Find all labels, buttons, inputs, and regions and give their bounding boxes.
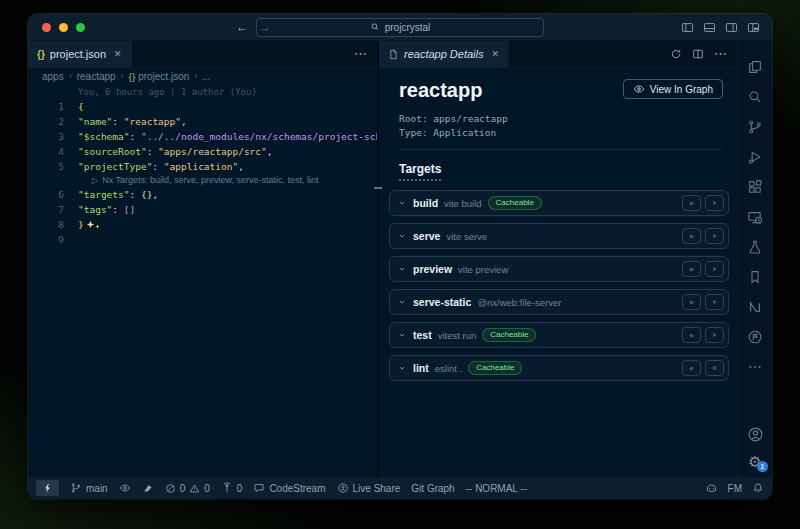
view-target-button[interactable] [682,228,701,244]
view-target-button[interactable] [682,195,701,211]
view-target-button[interactable] [682,261,701,277]
copilot-item[interactable] [705,482,718,495]
view-target-button[interactable] [682,360,701,376]
chevron-down-icon[interactable] [397,297,407,307]
explorer-icon[interactable] [738,52,772,82]
split-editor-icon[interactable] [692,48,704,60]
run-target-button[interactable] [705,360,724,376]
toggle-primary-sidebar-icon[interactable] [681,21,694,34]
cacheable-badge: Cacheable [468,361,522,375]
live-share-icon [337,482,349,494]
search-icon[interactable] [738,82,772,112]
toggle-secondary-sidebar-icon[interactable] [725,21,738,34]
tab-label: reactapp Details [404,48,484,60]
back-button[interactable]: ← [236,14,248,40]
code-line: 9 [28,232,377,247]
chevron-down-icon[interactable] [397,363,407,373]
minimize-window-button[interactable] [59,23,68,32]
run-target-button[interactable] [705,228,724,244]
settings-gear-icon[interactable]: ⚙ 1 [748,454,761,469]
view-in-graph-button[interactable]: View In Graph [623,79,723,99]
run-target-button[interactable] [705,294,724,310]
target-card-lint[interactable]: linteslint .Cacheable [389,355,729,381]
remote-explorer-icon[interactable] [738,202,772,232]
target-card-preview[interactable]: previewvite preview [389,256,729,282]
breadcrumb-item[interactable]: ... [202,71,210,82]
run-target-button[interactable] [705,195,724,211]
testing-beaker-icon[interactable] [738,232,772,262]
bookmarks-icon[interactable] [738,262,772,292]
run-target-button[interactable] [705,261,724,277]
target-name: serve [413,230,440,242]
type-label: Type: [399,127,428,138]
target-card-build[interactable]: buildvite buildCacheable [389,190,729,216]
code-text: "projectType": "application", [64,159,244,174]
target-card-serve-static[interactable]: serve-static@nx/web:file-server [389,289,729,315]
chevron-down-icon[interactable] [397,330,407,340]
radio-tower-icon [221,482,233,494]
tab-reactapp-details[interactable]: reactapp Details ✕ [379,41,509,67]
close-window-button[interactable] [42,23,51,32]
more-actions-icon[interactable]: ⋯ [354,49,367,59]
fm-indicator[interactable]: FM [728,483,742,494]
target-card-serve[interactable]: servevite serve [389,223,729,249]
vim-mode-indicator[interactable]: -- NORMAL -- [466,483,527,494]
target-name: serve-static [413,296,471,308]
git-graph-item[interactable]: Git Graph [411,483,454,494]
nx-project-details: reactapp View In Graph Root: apps/reacta… [379,68,737,477]
toggle-panel-icon[interactable] [703,21,716,34]
live-share-item[interactable]: Live Share [337,482,401,494]
search-icon [370,22,380,32]
line-number: 2 [28,114,64,129]
bird-indicator[interactable] [142,482,154,494]
codestream-item[interactable]: CodeStream [253,482,325,494]
target-name: test [413,329,432,341]
nx-targets-codelens[interactable]: ▷Nx Targets: build, serve, preview, serv… [28,174,377,187]
gitlens-blame-toggle[interactable] [119,482,131,494]
vscode-window: ← → projcrystal {} project.json ✕ [28,14,772,499]
tabbar-right: reactapp Details ✕ ⋯ [379,41,737,68]
zoom-window-button[interactable] [76,23,85,32]
git-branch-item[interactable]: main [70,482,108,494]
run-debug-icon[interactable] [738,142,772,172]
notifications-item[interactable] [752,482,764,494]
problems-item[interactable]: 0 0 [165,483,210,494]
target-card-test[interactable]: testvitest runCacheable [389,322,729,348]
chevron-down-icon[interactable] [397,264,407,274]
command-center[interactable]: projcrystal [256,18,544,37]
code-text: "name": "reactapp", [64,114,187,129]
breadcrumb-separator: › [69,71,72,81]
code-editor[interactable]: You, 6 hours ago | 1 author (You)1{2 "na… [28,84,377,477]
chevron-down-icon[interactable] [397,231,407,241]
source-control-icon[interactable] [738,112,772,142]
breadcrumb-item[interactable]: {} project.json [129,71,190,82]
view-target-button[interactable] [682,294,701,310]
extensions-icon[interactable] [738,172,772,202]
remote-indicator[interactable] [36,480,59,496]
tab-project-json[interactable]: {} project.json ✕ [28,41,132,67]
breadcrumb-item[interactable]: reactapp [77,71,116,82]
line-number: 6 [28,187,64,202]
view-target-button[interactable] [682,327,701,343]
root-value: apps/reactapp [433,113,507,124]
more-actions-icon[interactable]: ⋯ [714,49,727,59]
breadcrumb-item[interactable]: apps [42,71,64,82]
close-tab-icon[interactable]: ✕ [114,49,122,59]
refresh-icon[interactable] [670,48,682,60]
more-views-icon[interactable] [738,352,772,382]
copilot-sparkle-icon[interactable] [86,220,100,229]
customize-layout-icon[interactable] [747,21,760,34]
nx-console-icon[interactable] [738,292,772,322]
close-tab-icon[interactable]: ✕ [492,49,500,59]
gitlens-icon[interactable] [738,322,772,352]
forward-button[interactable]: → [259,14,271,40]
chevron-down-icon[interactable] [397,198,407,208]
accounts-icon[interactable] [747,426,764,443]
run-target-button[interactable] [705,327,724,343]
branch-icon [70,482,82,494]
warnings-icon [189,483,200,494]
ports-item[interactable]: 0 [221,482,243,494]
line-number: 3 [28,129,64,144]
editor-group-divider[interactable] [377,41,379,477]
breadcrumb: apps›reactapp›{} project.json›... [28,68,377,84]
